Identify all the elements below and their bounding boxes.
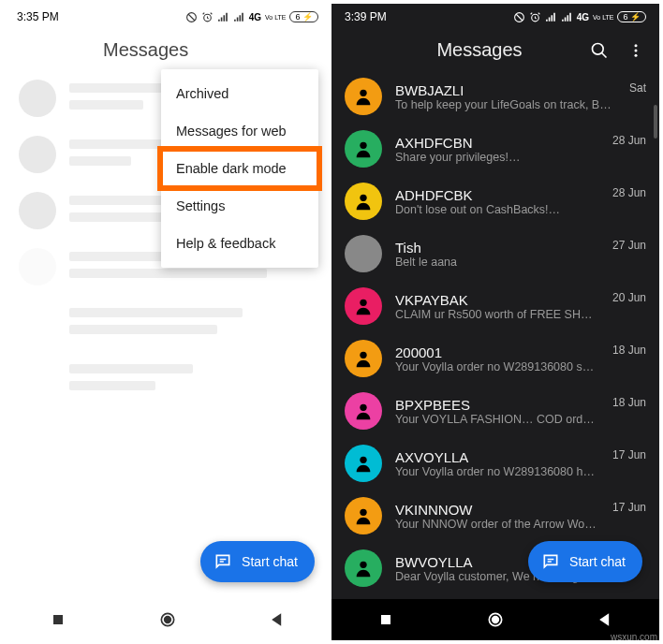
svg-point-16 <box>360 404 366 411</box>
nav-back[interactable] <box>268 610 287 629</box>
conversation-name: 200001 <box>395 344 599 360</box>
nav-recent[interactable] <box>376 610 395 629</box>
nav-bar <box>4 599 332 640</box>
conversation-row[interactable]: ADHDFCBKDon't lose out on CashBacks!…28 … <box>332 175 659 227</box>
menu-archived[interactable]: Archived <box>161 75 318 112</box>
avatar <box>345 549 382 587</box>
nav-home[interactable] <box>158 610 177 629</box>
avatar <box>345 340 382 377</box>
avatar <box>345 130 382 168</box>
menu-messages-for-web[interactable]: Messages for web <box>161 112 318 150</box>
signal-icon <box>561 11 573 23</box>
conversation-row[interactable]: TishBelt le aana27 Jun <box>332 227 659 280</box>
overflow-icon[interactable] <box>627 42 644 59</box>
svg-point-19 <box>360 562 366 568</box>
app-bar: Messages <box>4 28 332 70</box>
chat-icon <box>214 552 232 571</box>
placeholder-row <box>4 295 332 351</box>
svg-point-11 <box>360 90 366 96</box>
conversation-date: 17 Jun <box>612 497 646 514</box>
svg-rect-2 <box>53 615 63 624</box>
menu-help-feedback[interactable]: Help & feedback <box>161 225 318 262</box>
alarm-icon <box>201 11 214 23</box>
network-label: 4G <box>249 12 261 22</box>
phone-light: 3:35 PM 4G Vo LTE 6 ⚡ Messages Archived … <box>4 4 332 640</box>
conversation-row[interactable]: BWBJAZLITo help keep your LifeGoals on t… <box>332 70 659 123</box>
conversation-row[interactable]: BPXPBEESYour VOYLLA FASHION… COD order 1… <box>332 385 659 437</box>
conversation-preview: Your Voylla order no W289136080 has… <box>395 465 599 478</box>
signal-icon <box>545 11 557 23</box>
avatar <box>345 183 382 220</box>
overflow-menu: Archived Messages for web Enable dark mo… <box>161 69 318 268</box>
fab-label: Start chat <box>569 554 626 569</box>
conversation-row[interactable]: AXVOYLLAYour Voylla order no W289136080 … <box>332 437 659 490</box>
svg-point-14 <box>360 300 366 306</box>
avatar <box>345 235 382 272</box>
nav-home[interactable] <box>486 610 505 629</box>
conversation-list: BWBJAZLITo help keep your LifeGoals on t… <box>332 70 659 594</box>
conversation-name: VKINNNOW <box>395 502 599 518</box>
scrollbar[interactable] <box>654 105 657 139</box>
svg-point-18 <box>360 509 366 516</box>
conversation-date: 28 Jun <box>612 183 646 199</box>
app-title: Messages <box>369 39 590 61</box>
conversation-date: 28 Jun <box>612 130 646 147</box>
conversation-date: 27 Jun <box>612 235 646 252</box>
conversation-preview: Your Voylla order no W289136080 shi… <box>395 360 599 373</box>
alarm-icon <box>529 11 541 23</box>
avatar <box>345 445 382 482</box>
conversation-date: Sat <box>629 78 646 95</box>
conversation-preview: Your NNNOW order of the Arrow Wom… <box>395 518 599 531</box>
start-chat-fab[interactable]: Start chat <box>528 541 642 582</box>
network-label: 4G <box>577 12 589 22</box>
conversation-date: 18 Jun <box>612 392 646 409</box>
svg-point-13 <box>360 195 366 201</box>
status-right: 4G Vo LTE 6 ⚡ <box>185 11 318 23</box>
svg-point-10 <box>635 53 638 56</box>
menu-settings[interactable]: Settings <box>161 187 318 225</box>
conversation-preview: Share your privileges!… <box>395 151 599 164</box>
svg-point-8 <box>635 44 638 47</box>
conversation-row[interactable]: VKINNNOWYour NNNOW order of the Arrow Wo… <box>332 490 659 542</box>
volte-label: Vo LTE <box>265 14 286 21</box>
avatar <box>345 287 382 325</box>
svg-point-17 <box>360 457 366 463</box>
conversation-name: AXVOYLLA <box>395 449 599 465</box>
svg-point-15 <box>360 352 366 359</box>
conversation-row[interactable]: 200001Your Voylla order no W289136080 sh… <box>332 332 659 385</box>
phone-dark: 3:39 PM 4G Vo LTE 6 ⚡ Messages BWBJAZLIT… <box>332 4 659 640</box>
conversation-name: BPXPBEES <box>395 397 599 413</box>
placeholder-row <box>4 351 332 407</box>
conversation-preview: Don't lose out on CashBacks!… <box>395 203 599 216</box>
search-icon[interactable] <box>590 41 609 60</box>
nav-recent[interactable] <box>49 610 67 629</box>
volte-label: Vo LTE <box>593 14 613 21</box>
conversation-name: BWBJAZLI <box>395 82 616 98</box>
battery-pill: 6 ⚡ <box>289 11 318 22</box>
avatar <box>345 392 382 430</box>
avatar <box>345 497 382 534</box>
status-right: 4G Vo LTE 6 ⚡ <box>513 11 646 23</box>
svg-point-22 <box>493 617 499 623</box>
conversation-row[interactable]: AXHDFCBNShare your privileges!…28 Jun <box>332 123 659 175</box>
conversation-date: 18 Jun <box>612 340 646 357</box>
nav-back[interactable] <box>596 610 614 629</box>
status-bar: 3:39 PM 4G Vo LTE 6 ⚡ <box>332 4 659 28</box>
signal-icon <box>217 11 229 23</box>
svg-point-9 <box>635 49 638 51</box>
app-title: Messages <box>56 39 317 61</box>
chat-icon <box>541 552 560 571</box>
fab-label: Start chat <box>242 554 298 569</box>
menu-enable-dark-mode[interactable]: Enable dark mode <box>161 150 318 187</box>
conversation-name: ADHDFCBK <box>395 187 599 203</box>
conversation-date: 20 Jun <box>612 287 646 304</box>
conversation-preview: Your VOYLLA FASHION… COD order 13… <box>395 413 599 426</box>
conversation-preview: To help keep your LifeGoals on track, Ba… <box>395 98 616 111</box>
conversation-preview: CLAIM ur Rs500 worth of FREE SHOP… <box>395 308 599 321</box>
start-chat-fab[interactable]: Start chat <box>200 541 315 582</box>
signal-icon <box>233 11 245 23</box>
conversation-row[interactable]: VKPAYBAKCLAIM ur Rs500 worth of FREE SHO… <box>332 280 659 332</box>
status-bar: 3:35 PM 4G Vo LTE 6 ⚡ <box>4 4 332 28</box>
conversation-name: VKPAYBAK <box>395 292 599 308</box>
conversation-name: AXHDFCBN <box>395 135 599 151</box>
